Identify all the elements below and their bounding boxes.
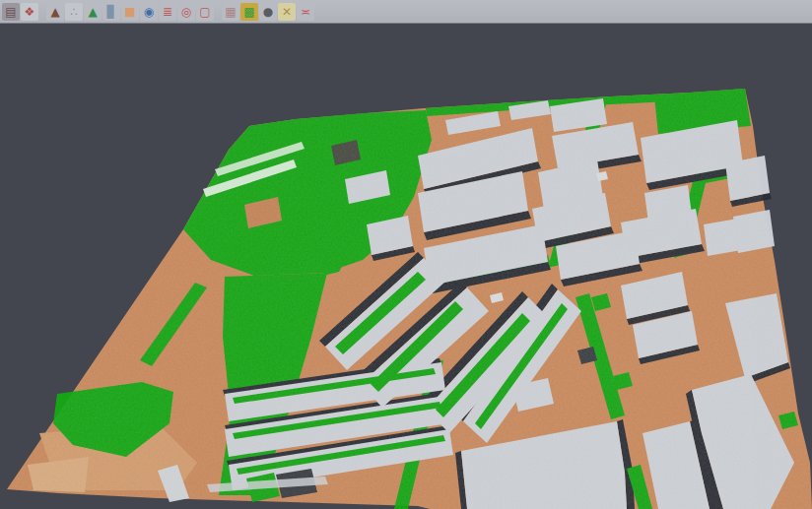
clip-yellow-icon: ✕ bbox=[282, 6, 292, 18]
dem-brown-button[interactable]: ▲ bbox=[46, 3, 64, 21]
side-panel-button[interactable]: ▊ bbox=[102, 3, 120, 21]
toolbar: ▤❖▲∴▲▊■◉≣◎▢▦▩●✕≍ bbox=[0, 0, 812, 24]
red-ring-icon: ◎ bbox=[181, 6, 191, 18]
toolbar-group: ▤❖ bbox=[2, 3, 38, 21]
toolbar-group: ▦▩●✕≍ bbox=[222, 3, 314, 21]
red-rows-icon: ≍ bbox=[301, 6, 310, 18]
clip-box-button[interactable]: ✕ bbox=[278, 3, 296, 21]
measure-rows-button[interactable]: ≍ bbox=[297, 3, 314, 21]
dark-sphere-button[interactable]: ● bbox=[259, 3, 277, 21]
panel-blue-icon: ▊ bbox=[106, 6, 115, 18]
toolbar-group: ▲∴▲▊■◉≣◎▢ bbox=[46, 3, 214, 21]
open-project-button[interactable]: ▤ bbox=[2, 3, 20, 21]
globe-view-button[interactable]: ◉ bbox=[140, 3, 158, 21]
globe-icon: ◉ bbox=[144, 6, 154, 18]
orthophoto-button[interactable]: ■ bbox=[121, 3, 139, 21]
color-points-button[interactable]: ❖ bbox=[21, 3, 38, 21]
red-list-icon: ≣ bbox=[163, 6, 172, 18]
layer-list-button[interactable]: ≣ bbox=[159, 3, 176, 21]
app-window: ▤❖▲∴▲▊■◉≣◎▢▦▩●✕≍ bbox=[0, 0, 812, 509]
color-points-icon: ❖ bbox=[25, 6, 35, 18]
sphere-dark-icon: ● bbox=[263, 6, 273, 18]
grid-tool-button[interactable]: ▦ bbox=[222, 3, 239, 21]
sparse-points-icon: ∴ bbox=[70, 6, 78, 18]
ortho-orange-icon: ■ bbox=[124, 6, 135, 18]
viewport-3d[interactable] bbox=[0, 24, 812, 509]
terrain-brown-icon: ▲ bbox=[50, 6, 59, 18]
folder-dark-icon: ▤ bbox=[5, 6, 16, 18]
pick-circle-button[interactable]: ◎ bbox=[177, 3, 195, 21]
classification-icon: ▩ bbox=[243, 6, 254, 18]
grid-muted-icon: ▦ bbox=[225, 6, 236, 18]
scene-svg[interactable] bbox=[0, 0, 812, 509]
terrain-noise-overlay bbox=[0, 0, 812, 509]
terrain-green-icon: ▲ bbox=[88, 6, 97, 18]
points-sparse-button[interactable]: ∴ bbox=[65, 3, 83, 21]
rect-select-button[interactable]: ▢ bbox=[196, 3, 214, 21]
red-brackets-icon: ▢ bbox=[199, 6, 210, 18]
dem-green-button[interactable]: ▲ bbox=[84, 3, 102, 21]
classification-button[interactable]: ▩ bbox=[240, 3, 258, 21]
